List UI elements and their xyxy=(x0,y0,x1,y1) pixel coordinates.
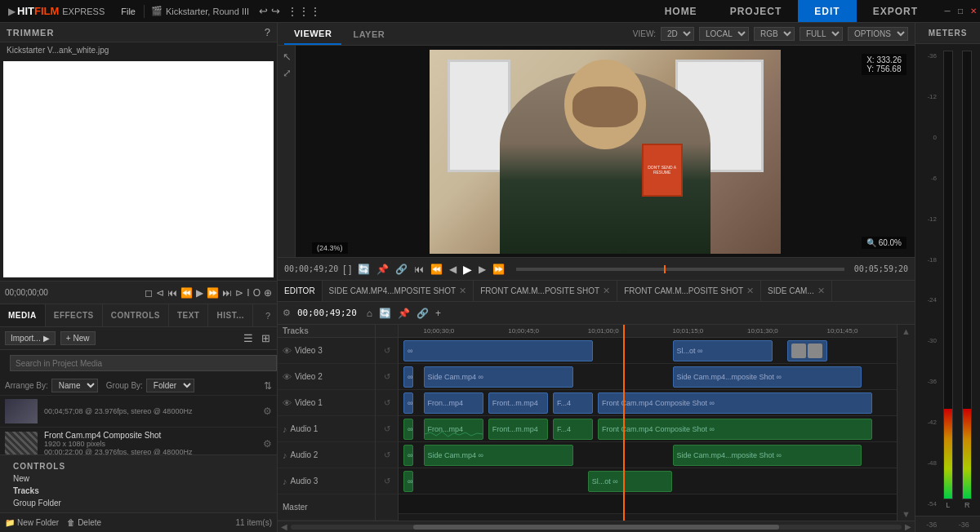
new-folder-button[interactable]: 📁 New Folder xyxy=(5,518,59,527)
trimmer-select-tool[interactable]: ◻ xyxy=(145,287,153,299)
editor-tab-front-cam1[interactable]: FRONT CAM.M...POSITE SHOT ✕ xyxy=(474,281,617,301)
clip[interactable]: Fron...mp4 xyxy=(424,419,483,440)
clip[interactable]: Front Cam.mp4 Composite Shot ∞ xyxy=(598,392,872,414)
gear-icon[interactable]: ⚙ xyxy=(263,406,272,417)
view-select[interactable]: 2D xyxy=(661,27,694,41)
clip[interactable] xyxy=(787,340,827,361)
transform-tool[interactable]: ⤢ xyxy=(279,65,294,80)
rgb-select[interactable]: RGB xyxy=(754,27,795,41)
track-add-icon[interactable]: ↺ xyxy=(384,424,390,433)
editor-tab-editor[interactable]: EDITOR xyxy=(278,281,323,301)
tl-snap[interactable]: 📌 xyxy=(396,306,412,321)
viewer-ctl-rewind[interactable]: ⏮ xyxy=(412,262,425,277)
viewer-ctl-step-fwd[interactable]: ⏩ xyxy=(491,262,506,277)
clip[interactable]: Front...m.mp4 xyxy=(488,392,548,414)
tl-home[interactable]: ⌂ xyxy=(365,306,374,321)
list-item[interactable]: 00;04;57;08 @ 23.976fps, stereo @ 48000H… xyxy=(0,396,277,428)
scroll-up-button[interactable]: ▲ xyxy=(902,326,911,336)
track-add-icon[interactable]: ↺ xyxy=(384,398,390,407)
tab-layer[interactable]: LAYER xyxy=(343,23,394,45)
track-add-icon[interactable]: ↺ xyxy=(384,346,390,355)
grid-button[interactable]: ⋮⋮⋮ xyxy=(283,5,324,18)
clip[interactable]: Sl...ot ∞ xyxy=(673,340,773,361)
track-add-icon[interactable]: ↺ xyxy=(384,450,390,459)
tab-effects[interactable]: EFFECTS xyxy=(46,304,103,326)
editor-tab-side-cam1[interactable]: SIDE CAM.MP4...MPOSITE SHOT ✕ xyxy=(323,281,474,301)
close-icon[interactable]: ✕ xyxy=(603,286,610,296)
clip[interactable]: F...4 xyxy=(553,392,593,414)
viewer-ctl-loop[interactable]: 🔄 xyxy=(356,262,372,277)
tab-history[interactable]: HIST... xyxy=(208,304,253,326)
viewer-ctl-next-frame[interactable]: ▶ xyxy=(477,262,488,277)
viewer-zoom-button[interactable]: 🔍 60.0% xyxy=(862,237,906,249)
tab-viewer[interactable]: VIEWER xyxy=(284,23,341,45)
clip[interactable]: Front Cam.mp4 Composite Shot ∞ xyxy=(598,419,872,440)
delete-button[interactable]: 🗑 Delete xyxy=(67,518,101,527)
list-view-button[interactable]: ☰ xyxy=(242,330,255,346)
nav-home[interactable]: HOME xyxy=(648,0,714,22)
menu-file[interactable]: File xyxy=(113,0,144,22)
maximize-button[interactable]: □ xyxy=(954,5,967,18)
arrange-select[interactable]: Name xyxy=(51,379,98,392)
trimmer-end[interactable]: ⏭ xyxy=(222,287,232,299)
trimmer-next-frame[interactable]: ⊳ xyxy=(235,287,243,299)
viewer-ctl-prev-frame[interactable]: ◀ xyxy=(448,262,458,277)
tab-text[interactable]: TEXT xyxy=(169,304,209,326)
clip[interactable]: Front...m.mp4 xyxy=(488,419,548,440)
viewer-ctl-mark-in[interactable]: [ ] xyxy=(341,262,353,277)
editor-tab-side-cam2[interactable]: SIDE CAM... ✕ xyxy=(761,281,832,301)
group-select[interactable]: Folder xyxy=(146,379,194,392)
options-select[interactable]: OPTIONS xyxy=(848,27,908,41)
full-select[interactable]: FULL xyxy=(800,27,843,41)
select-tool[interactable]: ↖ xyxy=(279,49,294,64)
grid-view-button[interactable]: ⊞ xyxy=(260,330,272,346)
clip[interactable]: ∞ xyxy=(403,392,413,414)
clip[interactable]: Side Cam.mp4...mposite Shot ∞ xyxy=(673,445,862,466)
tl-zoom-in[interactable]: + xyxy=(434,306,443,321)
tl-link[interactable]: 🔗 xyxy=(415,306,430,321)
import-button[interactable]: Import... ▶ xyxy=(5,331,56,345)
local-select[interactable]: LOCAL xyxy=(699,27,749,41)
scroll-right-button[interactable]: ▶ xyxy=(905,522,911,531)
zoom-percent[interactable]: (24.3%) xyxy=(312,242,348,254)
trimmer-mark-out[interactable]: O xyxy=(253,287,261,299)
scroll-down-button[interactable]: ▼ xyxy=(902,509,911,519)
clip[interactable]: ∞ xyxy=(403,366,413,388)
sort-button[interactable]: ⇅ xyxy=(264,380,272,392)
tab-media[interactable]: MEDIA xyxy=(0,304,46,326)
editor-tab-front-cam2[interactable]: FRONT CAM.M...POSITE SHOT ✕ xyxy=(617,281,761,301)
trimmer-prev-frame[interactable]: ⊲ xyxy=(156,287,164,299)
trimmer-mark-in[interactable]: I xyxy=(247,287,249,299)
viewer-ctl-snap[interactable]: 📌 xyxy=(375,262,390,277)
close-button[interactable]: ✕ xyxy=(967,5,980,18)
redo-button[interactable]: ↪ xyxy=(271,5,280,17)
minimize-button[interactable]: ─ xyxy=(941,5,954,18)
clip[interactable]: ∞ xyxy=(403,340,593,361)
search-input[interactable] xyxy=(10,355,277,371)
eye-icon[interactable]: 👁 xyxy=(283,372,292,382)
clip[interactable]: F...4 xyxy=(553,419,593,440)
close-icon[interactable]: ✕ xyxy=(459,286,466,296)
viewer-scrub-bar[interactable] xyxy=(516,268,844,271)
trimmer-help-button[interactable]: ? xyxy=(265,26,270,38)
clip[interactable]: Side Cam.mp4 ∞ xyxy=(424,445,573,466)
undo-button[interactable]: ↩ xyxy=(259,5,268,17)
trimmer-rewind[interactable]: ⏮ xyxy=(167,287,177,299)
trimmer-step-fwd[interactable]: ⏩ xyxy=(207,287,219,299)
scroll-left-button[interactable]: ◀ xyxy=(281,522,287,531)
new-media-button[interactable]: + New xyxy=(60,331,96,345)
clip[interactable]: ∞ xyxy=(403,419,413,440)
close-icon[interactable]: ✕ xyxy=(817,286,825,296)
clip[interactable]: ∞ xyxy=(403,445,413,466)
viewer-ctl-link[interactable]: 🔗 xyxy=(394,262,409,277)
clip[interactable]: Sl...ot ∞ xyxy=(588,471,673,492)
tl-loop[interactable]: 🔄 xyxy=(377,306,393,321)
clip[interactable]: Side Cam.mp4 ∞ xyxy=(424,366,573,388)
track-add-icon[interactable]: ↺ xyxy=(384,372,390,381)
close-icon[interactable]: ✕ xyxy=(746,286,754,296)
nav-edit[interactable]: EDIT xyxy=(798,0,856,22)
trimmer-insert[interactable]: ⊕ xyxy=(264,287,272,299)
list-item[interactable]: Front Cam.mp4 Composite Shot 1920 x 1080… xyxy=(0,428,277,454)
tab-controls[interactable]: CONTROLS xyxy=(103,304,169,326)
viewer-ctl-step-back[interactable]: ⏪ xyxy=(429,262,444,277)
